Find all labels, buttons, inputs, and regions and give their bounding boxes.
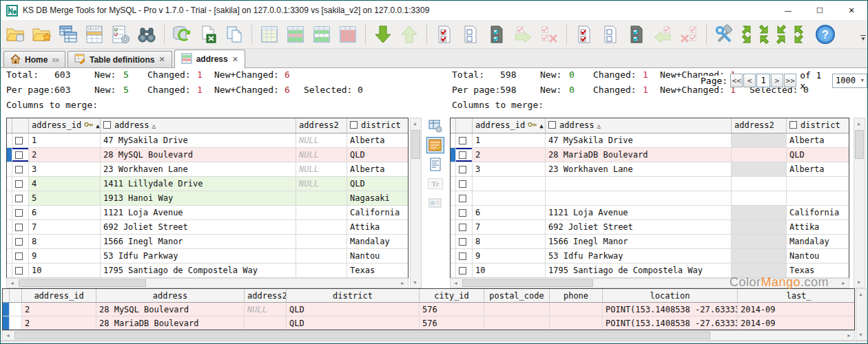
grid-cell[interactable]: 1795 Santiago de Compostela Way — [101, 264, 296, 277]
grid-cell[interactable]: Mandalay — [347, 235, 409, 248]
grid-cell[interactable]: Mandalay — [787, 235, 849, 248]
row-checkbox[interactable] — [459, 166, 466, 173]
column-header-last_[interactable]: last_ — [738, 289, 855, 302]
diff-report-button[interactable] — [426, 156, 444, 173]
row-checkbox[interactable] — [459, 180, 466, 188]
column-header-postal_code[interactable]: postal_code — [484, 289, 550, 302]
grid-cell[interactable]: QLD — [787, 148, 849, 162]
grid-cell[interactable]: 2 — [22, 303, 96, 316]
row-checkbox[interactable] — [459, 252, 466, 260]
grid-cell[interactable] — [245, 316, 287, 330]
table-row[interactable]: 51913 Hanoi WayNagasaki — [7, 191, 408, 206]
table-row[interactable] — [451, 177, 849, 191]
column-header-city_id[interactable]: city_id — [420, 289, 484, 302]
grid-cell[interactable] — [484, 303, 550, 316]
table-row[interactable]: 61121 Loja AvenueCalifornia — [7, 206, 408, 220]
grid-cell[interactable]: 3 — [473, 162, 546, 176]
grid-cell[interactable] — [550, 316, 603, 330]
maximize-button[interactable]: ☐ — [804, 1, 836, 20]
left-grid-horizontal-scrollbar[interactable]: ◄ ► — [6, 278, 409, 288]
table-row[interactable]: 323 Workhaven LaneNULLAlberta — [7, 162, 408, 177]
table-row[interactable]: 61121 Loja AvenueCalifornia — [451, 206, 849, 220]
grid-cell[interactable] — [732, 133, 787, 147]
grid-cell[interactable]: 2014-09 — [738, 303, 855, 316]
grid-options-button[interactable] — [426, 118, 444, 134]
table-row[interactable]: 228 MySQL BoulevardNULLQLD — [7, 148, 408, 162]
grid-cell[interactable] — [732, 162, 787, 176]
filter-changed-rows-button[interactable] — [337, 23, 359, 46]
filter-all-rows-button[interactable] — [258, 23, 280, 46]
query-button[interactable]: SELECT — [83, 23, 105, 46]
column-header-address_id[interactable]: address_id▲ — [473, 118, 546, 133]
table-row[interactable]: 81566 Inegl ManorMandalay — [7, 235, 408, 249]
grid-cell[interactable] — [473, 177, 546, 191]
export-excel-button[interactable] — [197, 23, 219, 46]
grid-cell[interactable]: 28 MySQL Boulevard — [101, 148, 296, 162]
grid-cell[interactable] — [732, 206, 787, 219]
detail-grid-horizontal-scrollbar[interactable]: ◄ ► — [2, 330, 855, 341]
grid-cell[interactable] — [732, 220, 787, 234]
row-checkbox[interactable] — [15, 224, 23, 231]
grid-cell[interactable]: 7 — [473, 220, 546, 234]
grid-cell[interactable]: 28 MariaDB Boulevard — [546, 148, 732, 162]
left-grid-vertical-scrollbar[interactable]: ▲ ▼ — [410, 118, 422, 288]
grid-cell[interactable]: NULL — [296, 148, 347, 162]
row-checkbox[interactable] — [459, 195, 466, 202]
grid-cell[interactable] — [296, 264, 347, 277]
grid-cell[interactable] — [484, 316, 550, 330]
row-checkbox[interactable] — [459, 209, 466, 217]
grid-cell[interactable] — [296, 191, 347, 205]
filter-new-rows-button[interactable] — [311, 23, 333, 46]
table-row[interactable]: 228 MariaDB BoulevardQLD — [451, 148, 849, 162]
column-header-address2[interactable]: address2 — [732, 118, 787, 133]
grid-cell[interactable]: Nantou — [787, 249, 849, 263]
grid-cell[interactable]: Alberta — [787, 133, 849, 147]
column-header-district[interactable]: district — [287, 289, 420, 302]
tab-close-icon[interactable]: ✕ — [232, 55, 238, 64]
grid-cell[interactable] — [732, 235, 787, 248]
grid-cell[interactable]: 10 — [29, 264, 101, 277]
row-checkbox[interactable] — [15, 238, 23, 246]
grid-cell[interactable] — [296, 220, 347, 234]
grid-cell[interactable]: 3 — [29, 162, 101, 176]
column-header-address2[interactable]: address2 — [245, 289, 287, 302]
generate-scripts-button[interactable] — [739, 23, 809, 46]
table-row[interactable]: 953 Idfu ParkwayNantou — [451, 249, 849, 264]
table-definitions-button[interactable] — [57, 23, 79, 46]
column-merge-checkbox[interactable] — [789, 121, 797, 129]
grid-cell[interactable]: QLD — [347, 148, 409, 162]
row-checkbox[interactable] — [459, 151, 466, 159]
grid-cell[interactable]: QLD — [287, 316, 420, 330]
column-header-district[interactable]: district — [347, 118, 409, 133]
copy-button[interactable] — [223, 23, 245, 46]
grid-cell[interactable]: 692 Joliet Street — [101, 220, 296, 234]
row-checkbox[interactable] — [15, 267, 23, 275]
grid-cell[interactable] — [732, 249, 787, 263]
grid-cell[interactable]: Texas — [347, 264, 409, 277]
row-checkbox[interactable] — [15, 252, 23, 260]
tab-home[interactable]: Home xx — [3, 51, 65, 67]
column-header-address2[interactable]: address2 — [296, 118, 347, 133]
table-row[interactable] — [451, 191, 849, 206]
filter-new-changed-rows-button[interactable] — [285, 23, 307, 46]
first-page-button[interactable]: << — [730, 74, 743, 87]
right-merge-selected-button[interactable] — [652, 23, 674, 46]
grid-cell[interactable]: 1411 Lillydale Drive — [101, 177, 296, 191]
left-select-all-button[interactable] — [433, 23, 455, 46]
row-checkbox[interactable] — [459, 238, 466, 246]
grid-cell[interactable]: 4 — [29, 177, 101, 191]
column-header-address_id[interactable]: address_id — [22, 289, 96, 302]
grid-cell[interactable]: 2014-09 — [738, 316, 855, 330]
grid-cell[interactable]: 53 Idfu Parkway — [101, 249, 296, 263]
tab-close-icon[interactable]: ✕ — [158, 55, 165, 64]
grid-cell[interactable]: 28 MySQL Boulevard — [96, 303, 245, 316]
grid-cell[interactable]: 53 Idfu Parkway — [546, 249, 732, 263]
grid-cell[interactable]: 1913 Hanoi Way — [101, 191, 296, 205]
column-merge-checkbox[interactable] — [548, 121, 556, 129]
row-checkbox[interactable] — [15, 166, 23, 173]
grid-cell[interactable] — [550, 303, 603, 316]
grid-cell[interactable] — [296, 206, 347, 219]
grid-cell[interactable]: Alberta — [347, 162, 409, 176]
grid-cell[interactable]: 1795 Santiago de Compostela Way — [546, 264, 732, 277]
grid-cell[interactable] — [787, 177, 849, 191]
